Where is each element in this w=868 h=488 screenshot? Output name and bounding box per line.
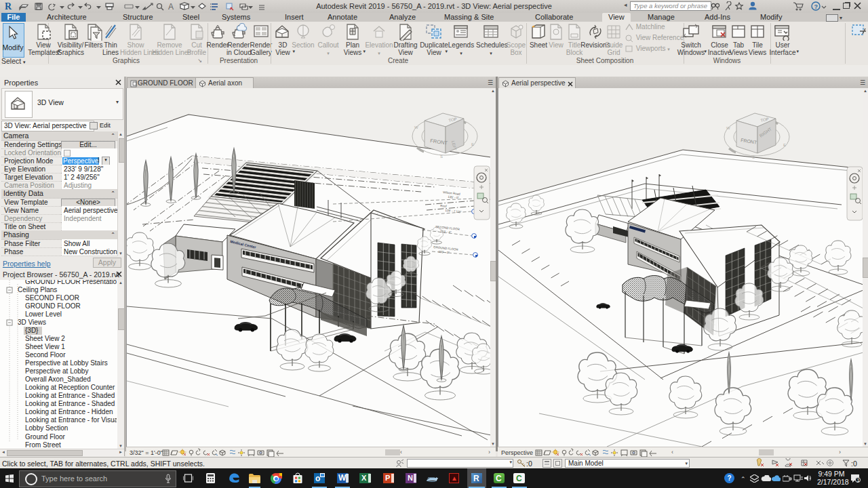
svg-text:GROUND FLOOR: GROUND FLOOR [25,302,81,310]
svg-text:Lower Level: Lower Level [25,310,62,318]
svg-text:E: E [783,143,786,147]
svg-text:Ground Floor: Ground Floor [25,433,66,441]
svg-text:Perspective at Lobby Stairs: Perspective at Lobby Stairs [25,359,108,367]
svg-text:{3D}: {3D} [25,327,39,334]
svg-text:GROUND FLOOR Presentation: GROUND FLOOR Presentation [25,280,117,285]
svg-text:1: 1 [857,477,860,483]
svg-text:From Street: From Street [25,441,61,449]
svg-text:SECOND FLOOR: SECOND FLOOR [25,294,79,302]
svg-text:Looking at Reception Counter: Looking at Reception Counter [25,384,115,391]
svg-text:Looking at Entrance - for Visu: Looking at Entrance - for Visualizatio [25,416,117,424]
svg-text:?: ? [814,3,818,10]
svg-text:Lobby Section: Lobby Section [25,424,68,432]
svg-text:Sheet View 2: Sheet View 2 [25,335,65,342]
svg-text:Looking at Entrance - Shaded C: Looking at Entrance - Shaded Close [25,392,117,399]
svg-text:Sheet View 1: Sheet View 1 [25,343,65,350]
svg-text:Second Floor: Second Floor [25,351,66,359]
svg-text:Roof: Roof [440,204,448,208]
svg-text:Looking at Entrance - Hidden: Looking at Entrance - Hidden [25,408,113,415]
svg-text:R: R [5,1,12,12]
svg-text:A: A [168,2,174,12]
svg-text:Overall Axon_Shaded: Overall Axon_Shaded [25,375,91,383]
svg-text:W: W [726,126,730,130]
svg-text:E: E [471,142,474,146]
svg-text:Looking at Entrance - Shaded: Looking at Entrance - Shaded [25,400,115,407]
svg-text:3D Views: 3D Views [18,319,46,326]
svg-text:Perspective at Lobby: Perspective at Lobby [25,367,88,375]
svg-text:S: S [752,155,755,159]
svg-text:W: W [414,125,418,129]
svg-text:S: S [440,155,443,159]
svg-text:Ceiling Plans: Ceiling Plans [18,286,57,293]
